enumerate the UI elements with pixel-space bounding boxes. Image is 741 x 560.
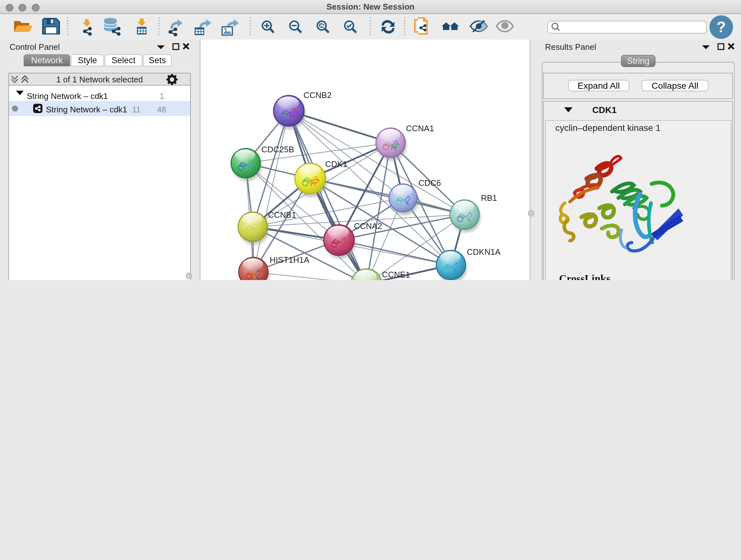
svg-text:HIST1H1A: HIST1H1A bbox=[270, 255, 310, 265]
svg-text:CCNA1: CCNA1 bbox=[406, 124, 434, 133]
svg-text:CDC25B: CDC25B bbox=[261, 145, 294, 154]
svg-text:CDK1: CDK1 bbox=[325, 159, 347, 169]
svg-text:CCNA2: CCNA2 bbox=[354, 221, 382, 231]
svg-text:CDC6: CDC6 bbox=[418, 178, 441, 188]
svg-text:RB1: RB1 bbox=[481, 193, 497, 203]
svg-text:?: ? bbox=[717, 18, 726, 36]
svg-text:CDKN1A: CDKN1A bbox=[467, 247, 501, 257]
svg-text:CCNE1: CCNE1 bbox=[382, 270, 410, 279]
svg-text:CCNB1: CCNB1 bbox=[268, 210, 296, 220]
svg-text:CCNB2: CCNB2 bbox=[304, 90, 332, 100]
